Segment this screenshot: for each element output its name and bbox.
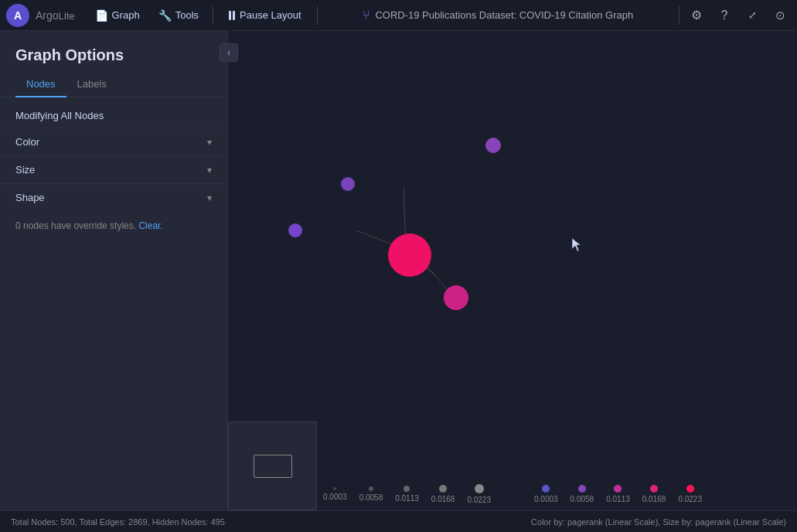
- app-brand: ArgoLite: [36, 9, 75, 22]
- legend-value: 0.0168: [642, 495, 666, 503]
- legend-value: 0.0003: [534, 495, 558, 503]
- legend-value: 0.0168: [431, 495, 455, 503]
- tab-labels[interactable]: Labels: [66, 72, 118, 97]
- color-option[interactable]: Color ▾: [0, 128, 227, 155]
- pause-layout-button[interactable]: Pause Layout: [220, 5, 311, 25]
- legend-value: 0.0113: [395, 494, 419, 503]
- legend-item: 0.0168: [431, 485, 455, 503]
- graph-node[interactable]: [444, 285, 468, 310]
- nav-divider-1: [213, 6, 213, 25]
- minimap-viewport: [254, 455, 292, 478]
- document-icon: 📄: [95, 9, 108, 22]
- nav-divider-3: [679, 6, 679, 25]
- help-button[interactable]: ?: [714, 5, 735, 26]
- dataset-label: ⑂ CORD-19 Publications Dataset: COVID-19…: [324, 9, 673, 22]
- legend-color-dot: [686, 485, 694, 493]
- legend-size-dot: [404, 486, 410, 492]
- graph-node[interactable]: [485, 138, 501, 153]
- color-label: Color: [15, 136, 39, 148]
- legend-value: 0.0113: [606, 495, 630, 503]
- legend-item: 0.0113: [395, 486, 419, 503]
- clear-override-link[interactable]: Clear.: [138, 220, 162, 231]
- legend-value: 0.0058: [571, 495, 594, 503]
- legend-size-dot: [333, 487, 336, 490]
- wrench-icon: 🔧: [158, 9, 172, 22]
- graph-node[interactable]: [288, 223, 302, 237]
- graph-node[interactable]: [388, 234, 431, 277]
- graph-node[interactable]: [341, 177, 355, 191]
- legend-item: 0.0223: [678, 485, 702, 503]
- legend-item: 0.0058: [571, 485, 594, 503]
- size-legend-row: 0.0003 0.0058 0.0113 0.0168 0.0223: [323, 484, 702, 504]
- chevron-down-icon: ▾: [207, 193, 212, 203]
- top-navigation: A ArgoLite 📄 Graph 🔧 Tools Pause Layout …: [0, 0, 797, 31]
- size-label: Size: [15, 164, 35, 176]
- legend-color-dot: [578, 485, 586, 493]
- legend: 0.0003 0.0058 0.0113 0.0168 0.0223: [323, 484, 702, 504]
- app-logo: A: [6, 4, 29, 27]
- minimize-button[interactable]: ⤢: [741, 5, 763, 26]
- legend-size-dot: [369, 486, 373, 491]
- pause-icon: [229, 11, 235, 20]
- sidebar-panel: ‹ Graph Options Nodes Labels Modifying A…: [0, 31, 228, 510]
- modifying-label: Modifying All Nodes: [0, 107, 227, 128]
- legend-color-dot: [650, 485, 658, 493]
- legend-value: 0.0058: [359, 493, 383, 502]
- legend-size-dot: [475, 484, 484, 493]
- legend-item: 0.0168: [642, 485, 666, 503]
- legend-color-dot: [542, 485, 550, 493]
- shape-label: Shape: [15, 192, 45, 203]
- color-info: Color by: pagerank (Linear Scale), Size …: [531, 517, 786, 527]
- dataset-icon: ⑂: [363, 9, 370, 22]
- legend-item: 0.0003: [534, 485, 558, 503]
- legend-value: 0.0223: [678, 495, 702, 503]
- override-text: 0 nodes have override styles. Clear.: [0, 211, 227, 234]
- minimap[interactable]: [228, 421, 317, 510]
- legend-item: 0.0058: [359, 486, 383, 502]
- settings-button[interactable]: ⚙: [686, 5, 707, 26]
- nav-actions: ⚙ ? ⤢ ⊙: [686, 5, 791, 26]
- legend-color-dot: [614, 485, 622, 493]
- sidebar-title: Graph Options: [0, 31, 227, 72]
- tab-nodes[interactable]: Nodes: [15, 72, 66, 97]
- sidebar-collapse-button[interactable]: ‹: [220, 43, 238, 62]
- chevron-down-icon: ▾: [207, 165, 212, 176]
- github-button[interactable]: ⊙: [769, 5, 791, 26]
- legend-item: 0.0223: [467, 484, 491, 504]
- nav-divider-2: [317, 6, 318, 25]
- legend-value: 0.0223: [467, 496, 491, 504]
- legend-item: 0.0003: [323, 487, 347, 501]
- nodes-info: Total Nodes: 500, Total Edges: 2869, Hid…: [11, 517, 225, 527]
- status-bar: Total Nodes: 500, Total Edges: 2869, Hid…: [0, 510, 797, 532]
- legend-size-dot: [439, 485, 447, 493]
- sidebar-tabs: Nodes Labels: [0, 72, 227, 97]
- chevron-down-icon: ▾: [207, 137, 212, 148]
- legend-value: 0.0003: [323, 493, 347, 501]
- size-option[interactable]: Size ▾: [0, 155, 227, 183]
- graph-canvas-area[interactable]: 0.0003 0.0058 0.0113 0.0168 0.0223: [228, 31, 797, 510]
- legend-item: 0.0113: [606, 485, 630, 503]
- graph-menu-item[interactable]: 📄 Graph: [87, 5, 148, 26]
- shape-option[interactable]: Shape ▾: [0, 183, 227, 211]
- tools-menu-item[interactable]: 🔧 Tools: [151, 5, 206, 26]
